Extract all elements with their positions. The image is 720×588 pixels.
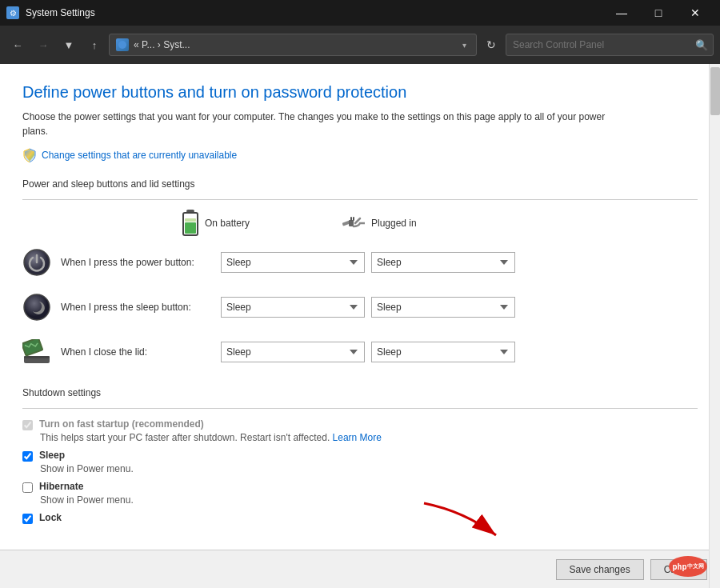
back-button[interactable]: ←: [6, 34, 29, 56]
sleep-button-dropdowns: Sleep Do nothing Hibernate Shut down Tur…: [221, 297, 515, 318]
svg-rect-8: [350, 217, 352, 221]
app-icon: ⚙: [6, 6, 19, 19]
power-button-dropdowns: Sleep Do nothing Hibernate Shut down Tur…: [221, 252, 515, 273]
lock-row: Lock: [22, 512, 698, 524]
search-bar[interactable]: 🔍: [506, 34, 714, 56]
power-icon-svg: [23, 249, 50, 276]
power-button-label: When I press the power button:: [61, 257, 221, 268]
change-settings-link[interactable]: Change settings that are currently unava…: [22, 148, 698, 162]
svg-point-0: [118, 41, 126, 49]
sleep-button-icon: [22, 293, 51, 322]
shield-icon: [22, 148, 37, 162]
titlebar: ⚙ System Settings — □ ✕: [0, 0, 720, 26]
bottom-bar: Save changes Cancel php中文网: [0, 550, 720, 588]
address-icon: [116, 38, 129, 51]
power-button-icon: [22, 248, 51, 277]
sleep-icon-svg: [23, 294, 50, 321]
hibernate-sub: Show in Power menu.: [40, 494, 698, 506]
lid-icon-svg: [22, 339, 51, 365]
shutdown-section-title: Shutdown settings: [22, 387, 698, 398]
search-button[interactable]: 🔍: [690, 39, 713, 51]
titlebar-left: ⚙ System Settings: [6, 6, 95, 19]
save-changes-button[interactable]: Save changes: [556, 559, 644, 580]
page-description: Choose the power settings that you want …: [22, 110, 630, 138]
fast-startup-checkbox[interactable]: [22, 420, 33, 430]
main-content: Define power buttons and turn on passwor…: [0, 64, 720, 588]
fast-startup-row: Turn on fast startup (recommended): [22, 418, 698, 430]
power-sleep-section-title: Power and sleep buttons and lid settings: [22, 178, 698, 190]
hibernate-label: Hibernate: [39, 481, 83, 492]
refresh-button[interactable]: ↻: [480, 34, 502, 56]
scrollbar-thumb[interactable]: [710, 67, 720, 115]
address-chevron[interactable]: ▾: [459, 39, 470, 51]
titlebar-controls: — □ ✕: [603, 0, 714, 26]
recent-locations-button[interactable]: ▼: [58, 34, 80, 56]
svg-rect-9: [353, 217, 354, 221]
fast-startup-label: Turn on fast startup (recommended): [39, 418, 204, 430]
battery-icon: [182, 210, 198, 237]
svg-rect-7: [349, 220, 354, 226]
shutdown-section: Shutdown settings Turn on fast startup (…: [22, 387, 698, 524]
maximize-button[interactable]: □: [640, 0, 677, 26]
lock-checkbox[interactable]: [22, 514, 33, 524]
sleep-checkbox[interactable]: [22, 451, 33, 462]
change-settings-label: Change settings that are currently unava…: [42, 150, 237, 161]
scrollbar-track[interactable]: [709, 64, 720, 588]
power-button-row: When I press the power button: Sleep Do …: [22, 243, 698, 282]
sleep-button-row: When I press the sleep button: Sleep Do …: [22, 288, 698, 326]
navbar: ← → ▼ ↑ « P... › Syst... ▾ ↻ 🔍: [0, 26, 720, 64]
col-header-plugged: Plugged in: [342, 210, 502, 237]
sleep-row: Sleep: [22, 450, 698, 462]
lid-row: When I close the lid: Sleep Do nothing H…: [22, 333, 698, 371]
titlebar-title: System Settings: [26, 7, 95, 18]
hibernate-row: Hibernate: [22, 481, 698, 493]
settings-rows: When I press the power button: Sleep Do …: [22, 243, 698, 371]
lock-label: Lock: [39, 512, 62, 523]
search-input[interactable]: [506, 39, 690, 50]
php-watermark: php中文网: [669, 556, 707, 577]
sleep-label: Sleep: [39, 450, 65, 461]
section-divider-1: [22, 199, 698, 200]
column-headers: On battery Plugged in: [22, 210, 698, 237]
sleep-sub: Show in Power menu.: [40, 463, 698, 474]
svg-rect-4: [185, 222, 196, 234]
sleep-button-label: When I press the sleep button:: [61, 302, 221, 313]
minimize-button[interactable]: —: [603, 0, 640, 26]
svg-rect-13: [24, 356, 50, 358]
lid-icon: [22, 338, 51, 366]
section-divider-2: [22, 408, 698, 409]
sleep-button-plugged-select[interactable]: Sleep Do nothing Hibernate Shut down Tur…: [371, 297, 515, 318]
lid-dropdowns: Sleep Do nothing Hibernate Shut down Tur…: [221, 342, 515, 362]
forward-button[interactable]: →: [32, 34, 54, 56]
col-plugged-label: Plugged in: [371, 218, 417, 229]
hibernate-checkbox[interactable]: [22, 482, 33, 493]
col-battery-label: On battery: [205, 218, 250, 229]
address-bar[interactable]: « P... › Syst... ▾: [109, 34, 477, 56]
lid-plugged-select[interactable]: Sleep Do nothing Hibernate Shut down Tur…: [371, 342, 515, 362]
lid-battery-select[interactable]: Sleep Do nothing Hibernate Shut down Tur…: [221, 342, 365, 362]
learn-more-link[interactable]: Learn More: [333, 432, 382, 443]
power-button-plugged-select[interactable]: Sleep Do nothing Hibernate Shut down Tur…: [371, 252, 515, 273]
svg-rect-5: [185, 218, 196, 222]
lid-label: When I close the lid:: [61, 346, 221, 358]
address-path: « P... › Syst...: [134, 39, 454, 50]
fast-startup-sub: This helps start your PC faster after sh…: [40, 432, 698, 443]
page-title: Define power buttons and turn on passwor…: [22, 83, 698, 102]
close-button[interactable]: ✕: [677, 0, 714, 26]
col-header-battery: On battery: [182, 210, 342, 237]
power-button-battery-select[interactable]: Sleep Do nothing Hibernate Shut down Tur…: [221, 252, 365, 273]
plug-icon: [342, 215, 365, 231]
up-button[interactable]: ↑: [83, 34, 106, 56]
sleep-button-battery-select[interactable]: Sleep Do nothing Hibernate Shut down Tur…: [221, 297, 365, 318]
svg-point-11: [24, 294, 50, 320]
